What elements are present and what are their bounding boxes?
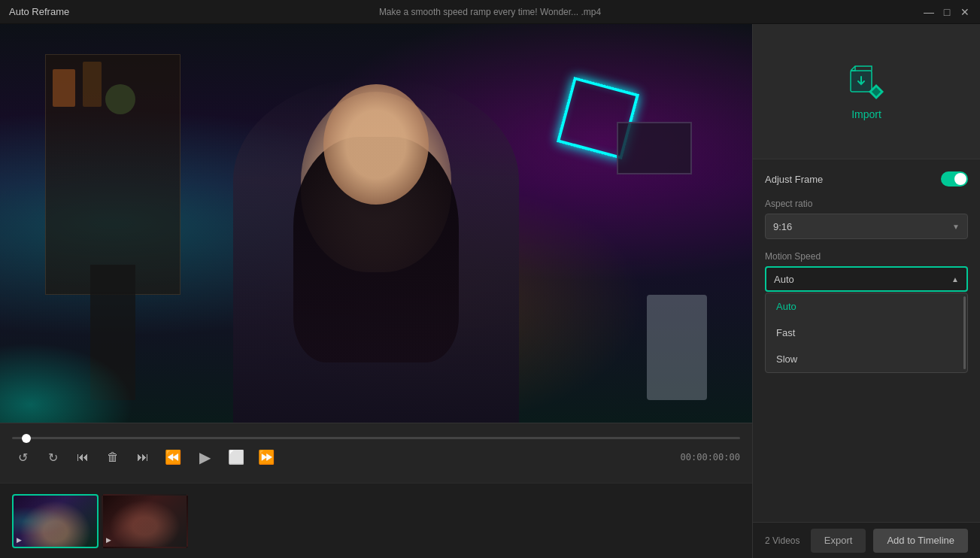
next-frame-button[interactable]: ⏩: [256, 447, 277, 468]
time-display: 00:00:00:00: [681, 452, 740, 462]
toggle-knob: [954, 173, 966, 185]
motion-speed-label: Motion Speed: [765, 251, 968, 262]
import-icon-stack: [848, 63, 885, 101]
skip-to-start-button[interactable]: ⏮: [72, 447, 93, 468]
add-to-timeline-button[interactable]: Add to Timeline: [873, 529, 968, 553]
controls-buttons: ↺ ↻ ⏮ 🗑 ⏭ ⏪ ▶ ⬜ ⏩ 00:00:00:00: [12, 445, 740, 469]
close-button[interactable]: ✕: [959, 6, 971, 18]
adjust-section: Adjust Frame Aspect ratio 9:16 ▼ Motion …: [753, 159, 980, 522]
thumb-icon-2: ▶: [106, 536, 111, 544]
motion-speed-value: Auto: [774, 274, 794, 285]
main-layout: ↺ ↻ ⏮ 🗑 ⏭ ⏪ ▶ ⬜ ⏩ 00:00:00:00 ▶ ▶: [0, 24, 980, 558]
dropdown-option-auto[interactable]: Auto: [766, 293, 962, 320]
filename: Make a smooth speed ramp every time! Won…: [379, 7, 601, 17]
thumb-icon-1: ▶: [17, 536, 22, 544]
progress-row: [12, 437, 740, 439]
aspect-ratio-label: Aspect ratio: [765, 199, 968, 209]
monitor: [617, 122, 692, 174]
export-button[interactable]: Export: [811, 529, 866, 553]
progress-track[interactable]: [12, 437, 740, 439]
square-button[interactable]: ⬜: [226, 447, 247, 468]
import-label[interactable]: Import: [851, 108, 881, 120]
thumbnail-2[interactable]: ▶: [102, 494, 188, 548]
shelf-plant: [105, 84, 135, 114]
titlebar: Auto Reframe Make a smooth speed ramp ev…: [0, 0, 980, 24]
redo-button[interactable]: ↻: [42, 447, 63, 468]
face: [323, 84, 429, 205]
dropdown-scrollbar: [963, 296, 966, 369]
adjust-frame-toggle[interactable]: [941, 171, 968, 187]
dropdown-options: Auto Fast Slow: [766, 293, 962, 372]
import-section: Import: [753, 24, 980, 159]
import-front-icon: [867, 83, 885, 101]
window-controls: — □ ✕: [923, 6, 971, 18]
thumbnail-strip: ▶ ▶: [0, 483, 752, 558]
motion-speed-chevron-icon: ▲: [951, 275, 959, 284]
minimize-button[interactable]: —: [923, 6, 935, 18]
right-panel: Import Adjust Frame Aspect ratio 9:16 ▼ …: [752, 24, 980, 558]
aspect-ratio-arrow-icon: ▼: [952, 223, 960, 231]
dropdown-inner: Auto Fast Slow: [766, 293, 967, 372]
adjust-frame-title: Adjust Frame: [765, 174, 823, 185]
maximize-button[interactable]: □: [941, 6, 953, 18]
progress-knob[interactable]: [22, 434, 31, 443]
dropdown-option-slow[interactable]: Slow: [766, 346, 962, 372]
aspect-ratio-value: 9:16: [773, 221, 792, 232]
prev-frame-button[interactable]: ⏪: [162, 447, 184, 468]
shelf-item: [83, 62, 102, 107]
video-area: ↺ ↻ ⏮ 🗑 ⏭ ⏪ ▶ ⬜ ⏩ 00:00:00:00 ▶ ▶: [0, 24, 752, 558]
chair: [647, 295, 707, 400]
video-player[interactable]: [0, 24, 752, 423]
dropdown-option-fast[interactable]: Fast: [766, 320, 962, 346]
motion-speed-dropdown: Auto Fast Slow: [765, 293, 968, 373]
shelf-item: [53, 69, 75, 107]
video-count: 2 Videos: [765, 535, 799, 546]
section-header: Adjust Frame: [765, 171, 968, 187]
app-title: Auto Reframe: [9, 6, 69, 17]
thumbnail-1[interactable]: ▶: [12, 494, 99, 548]
skip-to-end-button[interactable]: ⏭: [132, 447, 153, 468]
bottom-bar: 2 Videos Export Add to Timeline: [753, 522, 980, 558]
controls-bar: ↺ ↻ ⏮ 🗑 ⏭ ⏪ ▶ ⬜ ⏩ 00:00:00:00: [0, 423, 752, 483]
play-button[interactable]: ▶: [193, 445, 217, 469]
motion-speed-select[interactable]: Auto ▲: [765, 266, 968, 292]
ambient-light: [0, 332, 150, 423]
aspect-ratio-select[interactable]: 9:16 ▼: [765, 214, 968, 239]
undo-button[interactable]: ↺: [12, 447, 33, 468]
delete-button[interactable]: 🗑: [102, 447, 123, 468]
video-frame: [0, 24, 752, 423]
